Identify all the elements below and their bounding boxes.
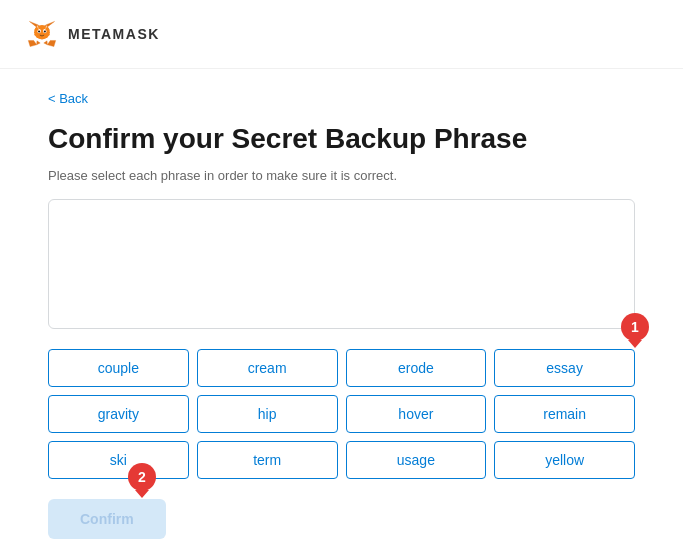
- word-button[interactable]: usage: [346, 441, 487, 479]
- word-grid-wrapper: 1 couplecreamerodeessaygravityhiphoverre…: [48, 349, 635, 479]
- word-button[interactable]: yellow: [494, 441, 635, 479]
- annotation-badge-1: 1: [621, 313, 649, 341]
- word-button[interactable]: remain: [494, 395, 635, 433]
- main-content: < Back Confirm your Secret Backup Phrase…: [0, 69, 683, 560]
- word-button[interactable]: term: [197, 441, 338, 479]
- confirm-wrapper: 2 Confirm: [48, 499, 166, 539]
- word-button[interactable]: couple: [48, 349, 189, 387]
- svg-marker-6: [37, 41, 41, 45]
- svg-marker-3: [28, 40, 36, 46]
- confirm-button[interactable]: Confirm: [48, 499, 166, 539]
- svg-point-12: [44, 30, 46, 32]
- word-button[interactable]: erode: [346, 349, 487, 387]
- word-button[interactable]: gravity: [48, 395, 189, 433]
- word-button[interactable]: essay: [494, 349, 635, 387]
- word-grid: couplecreamerodeessaygravityhiphoverrema…: [48, 349, 635, 479]
- svg-marker-2: [47, 40, 55, 46]
- word-button[interactable]: ski: [48, 441, 189, 479]
- svg-point-11: [38, 30, 40, 32]
- metamask-logo-icon: [24, 16, 60, 52]
- logo-text: METAMASK: [68, 26, 160, 42]
- subtitle: Please select each phrase in order to ma…: [48, 168, 635, 183]
- word-button[interactable]: cream: [197, 349, 338, 387]
- page-title: Confirm your Secret Backup Phrase: [48, 122, 635, 156]
- annotation-badge-2: 2: [128, 463, 156, 491]
- back-link[interactable]: < Back: [48, 91, 88, 106]
- word-button[interactable]: hover: [346, 395, 487, 433]
- header: METAMASK: [0, 0, 683, 69]
- svg-marker-7: [44, 41, 48, 45]
- word-button[interactable]: hip: [197, 395, 338, 433]
- phrase-area: [48, 199, 635, 329]
